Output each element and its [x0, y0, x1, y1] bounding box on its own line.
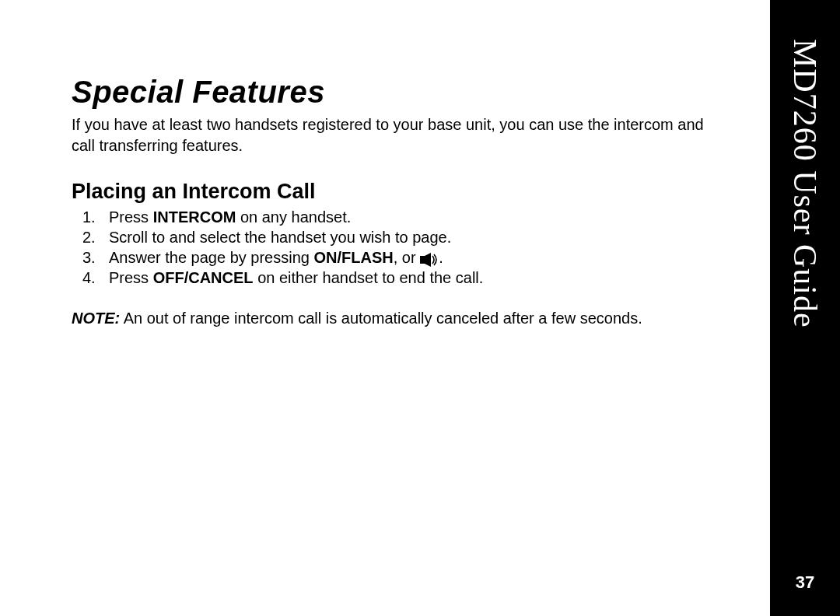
main-heading: Special Features: [72, 75, 709, 110]
page-number: 37: [796, 572, 814, 593]
step-pre: Press: [109, 269, 153, 286]
step-bold: INTERCOM: [153, 208, 236, 226]
svg-rect-0: [420, 256, 425, 264]
note-paragraph: NOTE: An out of range intercom call is a…: [72, 308, 709, 329]
step-text: Scroll to and select the handset you wis…: [109, 227, 451, 247]
step-bold: ON/FLASH: [314, 249, 394, 266]
speaker-icon: [420, 251, 439, 265]
note-text: An out of range intercom call is automat…: [120, 310, 642, 327]
document-title: MD7260 User Guide: [786, 39, 824, 328]
content-area: Special Features If you have at least tw…: [72, 75, 709, 329]
list-item: 3. Answer the page by pressing ON/FLASH,…: [82, 247, 709, 268]
step-number: 1.: [82, 207, 98, 227]
list-item: 2. Scroll to and select the handset you …: [82, 227, 709, 247]
step-list: 1. Press INTERCOM on any handset. 2. Scr…: [82, 207, 709, 288]
svg-marker-1: [425, 253, 431, 267]
step-number: 4.: [82, 268, 98, 288]
sub-heading: Placing an Intercom Call: [72, 180, 709, 204]
note-label: NOTE:: [72, 310, 120, 327]
step-text: Press OFF/CANCEL on either handset to en…: [109, 268, 483, 288]
step-number: 2.: [82, 227, 98, 247]
page-root: MD7260 User Guide 37 Special Features If…: [0, 0, 840, 616]
step-text: Press INTERCOM on any handset.: [109, 207, 351, 227]
step-pre: Answer the page by pressing: [109, 249, 314, 266]
intro-paragraph: If you have at least two handsets regist…: [72, 114, 709, 156]
step-tail: .: [439, 249, 443, 266]
list-item: 1. Press INTERCOM on any handset.: [82, 207, 709, 227]
step-pre: Press: [109, 208, 153, 226]
list-item: 4. Press OFF/CANCEL on either handset to…: [82, 268, 709, 288]
step-post: on any handset.: [236, 208, 351, 226]
sidebar: MD7260 User Guide 37: [770, 0, 840, 616]
step-number: 3.: [82, 247, 98, 268]
step-text: Answer the page by pressing ON/FLASH, or…: [109, 247, 443, 268]
step-bold: OFF/CANCEL: [153, 269, 254, 286]
step-post: on either handset to end the call.: [254, 269, 484, 286]
step-post: , or: [394, 249, 420, 266]
step-pre: Scroll to and select the handset you wis…: [109, 229, 451, 246]
